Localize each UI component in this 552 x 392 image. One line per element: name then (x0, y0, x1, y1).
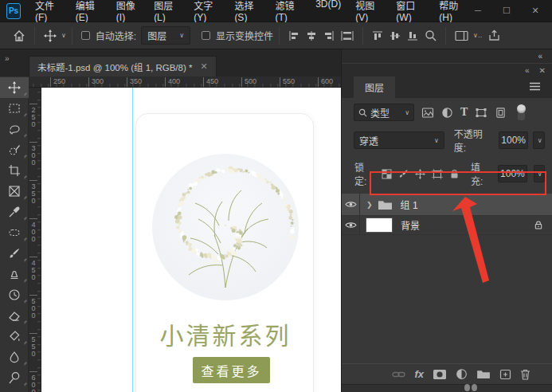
panel-group-header: « ✕ (342, 64, 552, 76)
move-tool-chevron-icon[interactable]: ∨ (61, 32, 66, 39)
fill-value[interactable]: 100% (498, 165, 527, 182)
lock-image-pixels-icon[interactable] (398, 169, 409, 179)
panel-menu-icon[interactable] (529, 82, 541, 91)
layers-panel-footer: fx (342, 363, 552, 384)
tool-paint-bucket[interactable] (0, 326, 29, 347)
layer-thumbnail[interactable] (366, 218, 393, 233)
tab-close-icon[interactable]: ✕ (200, 61, 207, 72)
filter-pixel-layers-icon[interactable] (421, 107, 434, 119)
align-vertical-centers-icon[interactable] (386, 30, 404, 41)
layer-filter-type-select[interactable]: 类型 ∨ (354, 104, 414, 121)
tab-layers[interactable]: 图层 (354, 76, 395, 98)
ruler-tick-label: 350 (127, 77, 142, 87)
filter-type-layers-icon[interactable]: T (460, 106, 468, 119)
magnifier-icon[interactable] (421, 29, 440, 41)
tool-move[interactable] (0, 77, 29, 98)
opacity-value[interactable]: 100% (499, 131, 528, 149)
lock-all-icon[interactable] (449, 169, 460, 179)
layer-name[interactable]: 背景 (401, 218, 420, 232)
ruler-tick-label: 550 (280, 77, 295, 87)
tool-history-brush[interactable] (0, 284, 29, 305)
align-bottom-edges-icon[interactable] (404, 30, 421, 41)
distribute-icon[interactable] (338, 30, 357, 41)
align-top-edges-icon[interactable] (369, 30, 386, 41)
home-icon[interactable] (10, 29, 29, 42)
visibility-eye-icon[interactable] (342, 194, 360, 215)
layer-mask-icon[interactable] (433, 369, 447, 380)
filter-adjustment-layers-icon[interactable] (441, 107, 453, 119)
panel-close-icon[interactable]: ✕ (539, 66, 546, 75)
auto-select-checkbox[interactable] (81, 31, 90, 40)
layers-list: ❯ 组 1 背景 (342, 194, 552, 235)
fx-icon[interactable]: fx (414, 368, 424, 380)
tool-crop[interactable] (0, 160, 29, 181)
blend-mode-select[interactable]: 穿透 ∨ (354, 131, 444, 149)
card-button: 查看更多 (193, 357, 270, 383)
vertical-ruler[interactable]: 250 300 350 400 450 500 550 600 (29, 88, 41, 392)
ruler-tick-label: 550 (29, 333, 37, 357)
tool-spot-healing-patch[interactable] (0, 222, 29, 243)
tool-frame[interactable] (0, 181, 29, 202)
document-tab[interactable]: 未标题-1.psd @ 100% (组 1, RGB/8) * ✕ (29, 56, 217, 76)
filter-smart-object-icon[interactable] (495, 107, 507, 119)
lock-artboard-icon[interactable] (432, 169, 443, 179)
auto-select-dropdown[interactable]: 图层 ∨ (141, 26, 190, 45)
layer-row-group-1[interactable]: ❯ 组 1 (342, 194, 552, 216)
tool-lasso[interactable] (0, 119, 29, 139)
ruler-tick-label: 250 (29, 104, 37, 127)
link-icon[interactable] (392, 370, 405, 378)
visibility-eye-icon[interactable] (342, 216, 360, 234)
document-canvas[interactable]: 小清新系列 查看更多 (41, 88, 341, 392)
workspace-chevron-icon[interactable]: ∨‥ (473, 32, 482, 39)
tool-bar (0, 76, 29, 392)
workspace-icon[interactable] (452, 30, 472, 41)
tool-brush[interactable] (0, 243, 29, 264)
lock-transparent-pixels-icon[interactable] (382, 169, 392, 179)
opacity-chevron[interactable]: ∨ (533, 131, 545, 149)
show-transform-label: 显示变换控件 (216, 29, 273, 42)
adjustment-icon[interactable] (456, 368, 468, 380)
tool-dodge[interactable] (0, 367, 29, 388)
layer-name[interactable]: 组 1 (401, 198, 418, 211)
panel-collapse-icon[interactable]: « (525, 66, 530, 75)
align-horizontal-centers-icon[interactable] (303, 30, 320, 41)
dock-collapse-icon[interactable]: « (538, 52, 542, 61)
filter-toggle[interactable] (516, 104, 527, 120)
photoshop-window: Ps 文件(F) 编辑(E) 图像(I) 图层(L) 文字(Y) 选择(S) 滤… (0, 0, 552, 392)
ruler-tick-label: 500 (29, 295, 37, 319)
chevron-down-icon: ∨ (405, 109, 409, 116)
fill-label: 填充: (471, 160, 491, 187)
dock-header: « (342, 49, 552, 64)
align-right-edges-icon[interactable] (320, 30, 338, 41)
close-button[interactable]: ✕ (530, 6, 541, 16)
show-transform-checkbox[interactable] (202, 31, 210, 40)
tool-eyedropper[interactable] (0, 202, 29, 222)
resize-grip-dots (464, 384, 477, 391)
minimize-button[interactable]: ─ (472, 6, 483, 16)
tool-blur[interactable] (0, 347, 29, 367)
tool-eraser[interactable] (0, 305, 29, 326)
lock-position-icon[interactable] (415, 169, 425, 179)
ruler-tick-label: 600 (318, 77, 333, 87)
ruler-tick-label: 350 (29, 180, 37, 204)
layer-row-background[interactable]: 背景 (342, 216, 552, 235)
tool-rectangular-marquee[interactable] (0, 98, 29, 119)
group-expander-icon[interactable]: ❯ (366, 201, 373, 209)
move-tool-icon[interactable] (41, 29, 60, 42)
new-group-icon[interactable] (476, 369, 491, 379)
maximize-button[interactable]: ☐ (501, 6, 512, 16)
tool-quick-selection[interactable] (0, 139, 29, 160)
layer-lock-icon (534, 220, 543, 230)
align-left-edges-icon[interactable] (285, 30, 303, 41)
filter-shape-layers-icon[interactable] (475, 107, 487, 119)
new-layer-icon[interactable] (499, 369, 511, 380)
fill-chevron[interactable]: ∨ (534, 165, 545, 182)
toolbar-collapse-icon[interactable]: » (5, 54, 9, 63)
auto-select-label: 自动选择: (96, 29, 136, 42)
horizontal-ruler[interactable]: 250 300 350 400 450 500 550 600 (29, 76, 341, 88)
ruler-tick-label: 400 (165, 77, 180, 87)
share-icon[interactable] (485, 29, 503, 41)
tool-clone-stamp[interactable] (0, 264, 29, 284)
group-folder-icon (378, 199, 393, 210)
delete-icon[interactable] (520, 369, 530, 380)
